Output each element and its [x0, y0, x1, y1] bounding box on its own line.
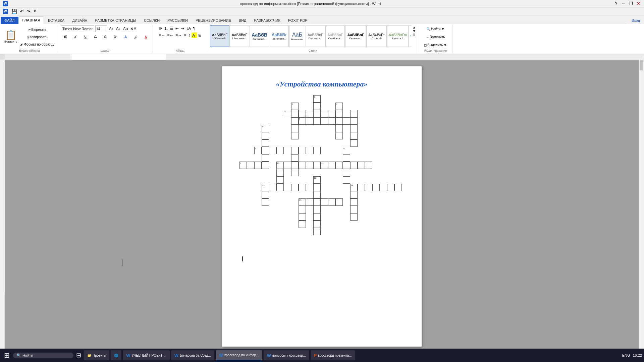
tab-review[interactable]: РЕЦЕНЗИРОВАНИЕ [192, 17, 235, 24]
tab-page-layout[interactable]: РАЗМЕТКА СТРАНИЦЫ [91, 17, 140, 24]
copy-button[interactable]: ⎘ Копировать [19, 34, 56, 40]
align-center-btn[interactable]: ≡↔ [166, 32, 174, 38]
style-heading2[interactable]: АаБбВгЗаголово... [270, 25, 289, 47]
cell-bottom-v4 [313, 206, 321, 213]
style-normal[interactable]: АаБбВвГОбычный [210, 25, 229, 47]
style-subtle[interactable]: АаБбВвГСлабое в... [325, 25, 345, 47]
font-color-btn[interactable]: A [141, 34, 151, 40]
start-button[interactable]: ⊞ [2, 351, 12, 359]
vertical-scrollbar[interactable] [639, 60, 644, 353]
task-manager-btn[interactable]: ⊟ [75, 352, 83, 359]
taskbar-item-crossword-current[interactable]: W кроссворд по инфор... [216, 350, 262, 360]
taskbar-item-word1[interactable]: W УЧЕБНЫЙ ПРОЕКТ ... [123, 350, 170, 360]
styles-scroll-down[interactable]: ▼ [413, 29, 416, 33]
word-logo: W [3, 9, 8, 14]
justify-btn[interactable]: ≡ [183, 32, 187, 38]
style-heading1[interactable]: АаБбВЗаголово... [250, 25, 269, 47]
sort-btn[interactable]: ↕A [185, 25, 192, 32]
bullets-btn[interactable]: ≡• [158, 25, 163, 32]
numbering-btn[interactable]: 1. [164, 25, 168, 32]
clear-formatting-btn[interactable]: ✕A [129, 26, 137, 32]
scrollbar-thumb[interactable] [640, 60, 643, 70]
tab-design[interactable]: ДИЗАЙН [68, 17, 91, 24]
save-quick-btn[interactable]: 💾 [11, 9, 18, 14]
tab-insert[interactable]: ВСТАВКА [44, 17, 68, 24]
taskbar-item-presentation[interactable]: P кроссворд презента... [311, 350, 355, 360]
close-button[interactable]: ✕ [635, 1, 641, 7]
style-emphasis[interactable]: АаБбВвГтВыделен... [409, 25, 411, 47]
grow-font-btn[interactable]: A↑ [108, 26, 114, 32]
cell-8-r1 [343, 154, 350, 162]
help-button[interactable]: ? [613, 1, 619, 7]
style-title[interactable]: АаБНазвание [289, 25, 305, 47]
cursor-area[interactable]: | [239, 256, 405, 261]
cell-13-c7 [313, 184, 321, 191]
cell-11-c2 [335, 162, 343, 169]
cut-button[interactable]: ✂ Вырезать [19, 26, 56, 33]
show-marks-btn[interactable]: ¶ [192, 25, 196, 32]
underline-button[interactable]: Ч [81, 34, 90, 40]
shrink-font-btn[interactable]: A↓ [115, 26, 121, 32]
tab-references[interactable]: ССЫЛКИ [140, 17, 163, 24]
highlight-btn[interactable]: 🖊 [131, 34, 141, 40]
ribbon-tab-bar: ФАЙЛ ГЛАВНАЯ ВСТАВКА ДИЗАЙН РАЗМЕТКА СТР… [0, 15, 644, 24]
replace-button[interactable]: ↔ Заменить [425, 34, 446, 40]
tab-view[interactable]: ВИД [235, 17, 250, 24]
styles-expand[interactable]: ⊟ [413, 33, 416, 37]
styles-gallery: АаБбВвГОбычный АаБбВвГ! Без инте... АаБб… [210, 25, 411, 47]
styles-scroll-up[interactable]: ▲ [413, 25, 416, 29]
taskbar-item-browser[interactable]: 🌐 [111, 350, 121, 360]
quick-access-toolbar: W 💾 ↶ ↷ ▼ [0, 7, 644, 15]
tab-mailings[interactable]: РАССЫЛКИ [164, 17, 192, 24]
cell-2-r2 [291, 117, 299, 125]
font-name-input[interactable] [61, 25, 94, 32]
align-right-btn[interactable]: ≡→ [175, 32, 182, 38]
bold-button[interactable]: Ж [61, 34, 70, 40]
cell-5-c5 [335, 117, 343, 125]
taskbar-item-word2[interactable]: W Бочарова 6а Созд... [171, 350, 214, 360]
change-case-btn[interactable]: Aa [122, 26, 129, 32]
document-area[interactable]: «Устройства компьютера» 1 2 3 [5, 60, 639, 353]
select-button[interactable]: ◻ Выделить ▼ [423, 42, 448, 48]
align-left-btn[interactable]: ≡← [158, 32, 166, 38]
taskbar-item-questions[interactable]: W вопросы к кросcвор... [264, 350, 309, 360]
text-effects-btn[interactable]: A [121, 34, 130, 40]
style-subtitle[interactable]: АаБбВвГПодзагол... [306, 25, 325, 47]
title-bar-controls: ? ─ ❐ ✕ [613, 1, 641, 7]
find-button[interactable]: 🔍 Найти ▼ [425, 25, 446, 32]
borders-btn[interactable]: ⊞ [198, 32, 202, 38]
taskbar: ⊞ 🔍 Найти ⊟ 📁 Проекты 🌐 W УЧЕБНЫЙ ПРОЕКТ… [0, 349, 644, 362]
sign-in-btn[interactable]: Вход [628, 17, 644, 24]
format-painter-button[interactable]: 🖌 Формат по образцу [19, 41, 56, 48]
cell-2v-r5 [291, 154, 299, 162]
minimize-button[interactable]: ─ [621, 1, 627, 7]
style-quote2[interactable]: АаБбВвГтЦитата 2 [387, 25, 409, 47]
decrease-indent-btn[interactable]: ⇤ [175, 25, 179, 32]
taskbar-item-projects[interactable]: 📁 Проекты [84, 350, 109, 360]
undo-quick-btn[interactable]: ↶ [19, 9, 24, 14]
cell-4-c0: 4 [284, 110, 291, 117]
subscript-button[interactable]: X₂ [101, 34, 110, 40]
superscript-button[interactable]: X² [111, 34, 120, 40]
multilevel-list-btn[interactable]: ☰ [169, 25, 174, 32]
increase-indent-btn[interactable]: ⇥ [180, 25, 185, 32]
strikethrough-button[interactable]: С [91, 34, 100, 40]
style-no-spacing[interactable]: АаБбВвГ! Без инте... [230, 25, 249, 47]
italic-button[interactable]: К [71, 34, 80, 40]
restore-button[interactable]: ❐ [628, 1, 634, 7]
line-spacing-btn[interactable]: ↕ [187, 32, 191, 38]
tab-foxit[interactable]: FOXIT PDF [284, 17, 311, 24]
shading-btn[interactable]: A [192, 33, 197, 38]
redo-quick-btn[interactable]: ↷ [26, 9, 31, 14]
cell-bottom-v2 [299, 213, 306, 221]
font-size-input[interactable] [95, 25, 107, 32]
style-strong[interactable]: АаБбВвГСильное... [345, 25, 366, 47]
style-strict[interactable]: АаБбВвГтСтрогий [366, 25, 387, 47]
tray-language[interactable]: ENG [622, 353, 630, 357]
paste-button[interactable]: 📋 Вставить [3, 25, 18, 48]
search-bar[interactable]: 🔍 Найти [13, 353, 73, 358]
customize-quick-btn[interactable]: ▼ [33, 9, 37, 13]
tab-home[interactable]: ГЛАВНАЯ [19, 16, 44, 24]
tab-developer[interactable]: РАЗРАБОТЧИК [250, 17, 284, 24]
tab-file[interactable]: ФАЙЛ [1, 17, 18, 24]
